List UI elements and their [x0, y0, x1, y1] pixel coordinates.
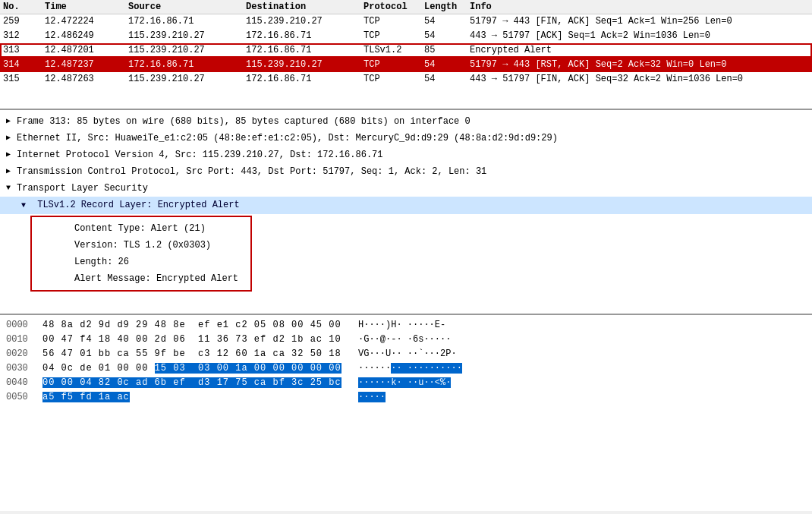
col-header-length: Length	[424, 2, 470, 12]
tls-length-text: Length: 26	[74, 257, 129, 267]
hex-row-0040: 0040 00 00 04 82 0c ad 6b ef d3 17 75 ca…	[0, 376, 812, 390]
packet-time: 12.472224	[45, 16, 128, 27]
col-header-protocol: Protocol	[364, 2, 424, 12]
hex-row-0020: 0020 56 47 01 bb ca 55 9f be c3 12 60 1a…	[0, 347, 812, 361]
expand-arrow-ethernet[interactable]: ▶	[6, 131, 17, 145]
packet-protocol: TCP	[364, 16, 424, 27]
detail-tcp-text: Transmission Control Protocol, Src Port:…	[17, 165, 486, 178]
packet-source: 115.239.210.27	[128, 45, 246, 55]
packet-dest: 172.16.86.71	[246, 30, 364, 41]
col-header-time: Time	[45, 2, 128, 12]
packet-time: 12.487263	[45, 74, 128, 84]
detail-ethernet-text: Ethernet II, Src: HuaweiTe_e1:c2:05 (48:…	[17, 131, 558, 145]
packet-length: 85	[424, 45, 470, 55]
packet-no: 313	[3, 45, 45, 55]
col-header-info: Info	[470, 2, 809, 12]
packet-protocol: TLSv1.2	[364, 45, 424, 55]
tls-record-text: TLSv1.2 Record Layer: Encrypted Alert	[37, 200, 239, 210]
col-header-source: Source	[128, 2, 246, 12]
packet-dest: 115.239.210.27	[246, 59, 364, 70]
hex-bytes-2: 56 47 01 bb ca 55 9f be c3 12 60 1a ca 3…	[42, 348, 346, 361]
packet-dest: 172.16.86.71	[246, 45, 364, 55]
detail-tcp-row[interactable]: ▶ Transmission Control Protocol, Src Por…	[0, 163, 812, 180]
packet-source: 172.16.86.71	[128, 59, 246, 70]
packet-length: 54	[424, 59, 470, 70]
packet-info: 443 → 51797 [ACK] Seq=1 Ack=2 Win=1036 L…	[470, 30, 809, 41]
packet-protocol: TCP	[364, 74, 424, 84]
packet-no: 314	[3, 59, 45, 70]
hex-ascii-3: ········ ··········	[358, 362, 806, 375]
detail-frame-row[interactable]: ▶ Frame 313: 85 bytes on wire (680 bits)…	[0, 113, 812, 130]
packet-source: 115.239.210.27	[128, 74, 246, 84]
detail-tls-row[interactable]: ▼ Transport Layer Security	[0, 180, 812, 197]
hex-bytes-0: 48 8a d2 9d d9 29 48 8e ef e1 c2 05 08 0…	[42, 319, 346, 332]
tls-length: Length: 26	[38, 254, 244, 270]
packet-protocol: TCP	[364, 30, 424, 41]
tls-content-type-text: Content Type: Alert (21)	[74, 223, 206, 234]
hex-ascii-1: ·G··@·-· ·6s·····	[358, 333, 806, 346]
packet-time: 12.487201	[45, 45, 128, 55]
packet-protocol: TCP	[364, 59, 424, 70]
detail-ip-row[interactable]: ▶ Internet Protocol Version 4, Src: 115.…	[0, 147, 812, 163]
tls-record-row[interactable]: ▼ TLSv1.2 Record Layer: Encrypted Alert	[0, 197, 812, 214]
packet-info: Encrypted Alert	[470, 45, 809, 55]
packet-list-panel: No. Time Source Destination Protocol Len…	[0, 0, 812, 110]
hex-ascii-highlight-4: ······k· ··u··<%·	[358, 377, 451, 388]
hex-offset-0: 0000	[6, 319, 36, 332]
hex-ascii-highlight-5: ·····	[358, 392, 386, 402]
hex-offset-4: 0040	[6, 377, 36, 389]
tls-alert-text: Alert Message: Encrypted Alert	[74, 273, 238, 284]
hex-ascii-4: ······k· ··u··<%·	[358, 377, 806, 389]
packet-source: 115.239.210.27	[128, 30, 246, 41]
packet-time: 12.486249	[45, 30, 128, 41]
packet-no: 315	[3, 74, 45, 84]
packet-dest: 172.16.86.71	[246, 74, 364, 84]
packet-no: 312	[3, 30, 45, 41]
hex-highlight-5: a5 f5 fd 1a ac	[42, 392, 130, 402]
packet-info: 51797 → 443 [RST, ACK] Seq=2 Ack=32 Win=…	[470, 59, 809, 70]
detail-tls-text: Transport Layer Security	[17, 181, 148, 195]
packet-source: 172.16.86.71	[128, 16, 246, 27]
col-header-destination: Destination	[246, 2, 364, 12]
hex-offset-1: 0010	[6, 333, 36, 346]
packet-length: 54	[424, 16, 470, 27]
hex-row-0000: 0000 48 8a d2 9d d9 29 48 8e ef e1 c2 05…	[0, 318, 812, 333]
expand-arrow-ip[interactable]: ▶	[6, 148, 17, 162]
packet-row[interactable]: 314 12.487237 172.16.86.71 115.239.210.2…	[0, 58, 812, 72]
tls-version: Version: TLS 1.2 (0x0303)	[38, 237, 244, 254]
hex-offset-2: 0020	[6, 348, 36, 361]
hex-bytes-1: 00 47 f4 18 40 00 2d 06 11 36 73 ef d2 1…	[42, 333, 346, 346]
detail-ip-text: Internet Protocol Version 4, Src: 115.23…	[17, 148, 382, 162]
hex-bytes-3: 04 0c de 01 00 00 15 03 03 00 1a 00 00 0…	[42, 362, 346, 375]
packet-no: 259	[3, 16, 45, 27]
detail-ethernet-row[interactable]: ▶ Ethernet II, Src: HuaweiTe_e1:c2:05 (4…	[0, 130, 812, 147]
hex-ascii-2: VG···U·· ··`···2P·	[358, 348, 806, 361]
packet-row[interactable]: 315 12.487263 115.239.210.27 172.16.86.7…	[0, 72, 812, 87]
tls-alert: Alert Message: Encrypted Alert	[38, 270, 244, 287]
packet-rows: 259 12.472224 172.16.86.71 115.239.210.2…	[0, 14, 812, 87]
packet-dest: 115.239.210.27	[246, 16, 364, 27]
packet-time: 12.487237	[45, 59, 128, 70]
expand-arrow-frame[interactable]: ▶	[6, 115, 17, 128]
tls-record-section: ▼ TLSv1.2 Record Layer: Encrypted Alert …	[0, 197, 812, 295]
packet-row[interactable]: 313 12.487201 115.239.210.27 172.16.86.7…	[0, 43, 812, 58]
hex-bytes-5: a5 f5 fd 1a ac	[42, 391, 346, 404]
tls-content-type: Content Type: Alert (21)	[38, 220, 244, 237]
hex-offset-3: 0030	[6, 362, 36, 375]
hex-highlight-4: 00 00 04 82 0c ad 6b ef d3 17 75 ca bf 3…	[42, 377, 341, 388]
expand-arrow-tcp[interactable]: ▶	[6, 165, 17, 178]
packet-list-header: No. Time Source Destination Protocol Len…	[0, 0, 812, 14]
hex-ascii-highlight-3: ·· ··········	[391, 363, 462, 374]
hex-ascii-0: H····)H· ·····E-	[358, 319, 806, 332]
detail-panel: ▶ Frame 313: 85 bytes on wire (680 bits)…	[0, 110, 812, 315]
hex-ascii-5: ·····	[358, 391, 806, 404]
expand-arrow-tls[interactable]: ▼	[6, 181, 17, 195]
packet-row[interactable]: 259 12.472224 172.16.86.71 115.239.210.2…	[0, 14, 812, 29]
hex-highlight-3: 15 03 03 00 1a 00 00 00 00 00	[155, 363, 341, 374]
tls-version-text: Version: TLS 1.2 (0x0303)	[74, 240, 211, 251]
col-header-no: No.	[3, 2, 45, 12]
hex-row-0050: 0050 a5 f5 fd 1a ac ·····	[0, 390, 812, 405]
packet-row[interactable]: 312 12.486249 115.239.210.27 172.16.86.7…	[0, 29, 812, 43]
hex-panel: 0000 48 8a d2 9d d9 29 48 8e ef e1 c2 05…	[0, 315, 812, 511]
expand-arrow-tls-record[interactable]: ▼	[21, 199, 32, 213]
